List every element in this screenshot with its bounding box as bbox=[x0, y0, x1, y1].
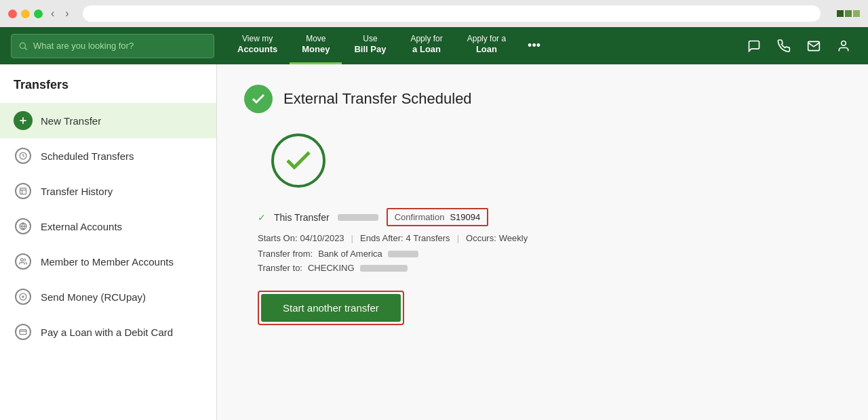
ends-label: Ends After: bbox=[360, 233, 403, 243]
sidebar-title: Transfers bbox=[0, 78, 216, 103]
sidebar-item-label-pay-loan: Pay a Loan with a Debit Card bbox=[41, 327, 173, 338]
confirmation-label: Confirmation bbox=[395, 212, 445, 222]
svg-point-0 bbox=[20, 43, 25, 48]
nav-more-button[interactable]: ••• bbox=[518, 27, 550, 64]
app-logo bbox=[837, 10, 860, 17]
pay-loan-icon bbox=[14, 322, 33, 341]
sidebar-item-send-money[interactable]: Send Money (RCUpay) bbox=[0, 279, 216, 314]
confirmation-box: Confirmation S19094 bbox=[387, 208, 489, 226]
nav-view-accounts-line1: View my bbox=[242, 34, 273, 45]
big-checkmark-icon bbox=[271, 133, 326, 188]
new-transfer-icon bbox=[14, 111, 33, 130]
scheduled-transfers-icon bbox=[14, 146, 33, 165]
svg-point-11 bbox=[21, 259, 24, 261]
success-title: External Transfer Scheduled bbox=[283, 90, 472, 108]
sidebar-item-pay-loan[interactable]: Pay a Loan with a Debit Card bbox=[0, 314, 216, 350]
from-label: Transfer from: bbox=[258, 249, 313, 259]
mail-icon bbox=[807, 39, 821, 53]
sidebar: Transfers New Transfer Scheduled Transfe… bbox=[0, 64, 217, 420]
close-window-button[interactable] bbox=[8, 9, 17, 18]
nav-apply-loan2[interactable]: Apply for a Loan bbox=[455, 27, 518, 64]
messages-button[interactable] bbox=[741, 33, 768, 60]
svg-rect-15 bbox=[20, 330, 26, 335]
transfer-details: ✓ This Transfer Confirmation S19094 Star… bbox=[258, 208, 841, 325]
phone-icon bbox=[777, 39, 791, 53]
svg-rect-6 bbox=[20, 188, 26, 194]
title-bar: ‹ › bbox=[0, 0, 868, 27]
nav-apply-loan2-line2: Loan bbox=[476, 44, 497, 56]
phone-button[interactable] bbox=[770, 33, 797, 60]
search-placeholder: What are you looking for? bbox=[33, 41, 134, 51]
browser-forward-button[interactable]: › bbox=[62, 7, 71, 20]
from-row: Transfer from: Bank of America bbox=[258, 249, 841, 259]
nav-bill-pay-line1: Use bbox=[363, 34, 377, 45]
nav-apply-loan2-line1: Apply for a bbox=[467, 34, 506, 45]
nav-links: View my Accounts Move Money Use Bill Pay… bbox=[225, 27, 550, 64]
address-bar[interactable] bbox=[83, 5, 821, 22]
masked-account-to bbox=[360, 265, 408, 272]
start-transfer-button-wrapper: Start another transfer bbox=[258, 291, 404, 325]
svg-point-2 bbox=[842, 41, 846, 45]
to-account: CHECKING bbox=[308, 263, 355, 273]
starts-label: Starts On: bbox=[258, 233, 298, 243]
masked-account-from bbox=[388, 251, 418, 257]
sidebar-item-member-to-member[interactable]: Member to Member Accounts bbox=[0, 244, 216, 279]
nav-bill-pay-line2: Bill Pay bbox=[354, 44, 386, 56]
sidebar-item-external-accounts[interactable]: External Accounts bbox=[0, 209, 216, 244]
search-box[interactable]: What are you looking for? bbox=[11, 34, 214, 58]
maximize-window-button[interactable] bbox=[34, 9, 43, 18]
sep2: | bbox=[457, 233, 459, 243]
nav-bar: What are you looking for? View my Accoun… bbox=[0, 27, 868, 64]
browser-back-button[interactable]: ‹ bbox=[48, 7, 57, 20]
external-accounts-icon bbox=[14, 217, 33, 236]
transfer-history-icon bbox=[14, 182, 33, 201]
sidebar-item-label-scheduled: Scheduled Transfers bbox=[41, 150, 134, 162]
sep1: | bbox=[351, 233, 353, 243]
from-bank: Bank of America bbox=[318, 249, 382, 259]
occurs-label: Occurs: bbox=[466, 233, 496, 243]
check-small-icon: ✓ bbox=[258, 212, 266, 223]
traffic-lights bbox=[8, 9, 43, 18]
meta-row: Starts On: 04/10/2023 | Ends After: 4 Tr… bbox=[258, 233, 841, 243]
member-to-member-icon bbox=[14, 252, 33, 271]
ends-value: 4 Transfers bbox=[406, 233, 450, 243]
nav-view-accounts-line2: Accounts bbox=[237, 44, 277, 56]
sidebar-item-label-m2m: Member to Member Accounts bbox=[41, 256, 174, 268]
starts-value: 04/10/2023 bbox=[300, 233, 344, 243]
user-icon bbox=[837, 39, 850, 53]
nav-apply-loan-line1: Apply for bbox=[410, 34, 442, 45]
sidebar-item-label-send: Send Money (RCUpay) bbox=[41, 291, 146, 303]
nav-move-money-line2: Money bbox=[302, 44, 330, 56]
sidebar-item-label-new-transfer: New Transfer bbox=[41, 115, 101, 127]
sidebar-item-new-transfer[interactable]: New Transfer bbox=[0, 103, 216, 138]
nav-view-accounts[interactable]: View my Accounts bbox=[225, 27, 290, 64]
occurs-value: Weekly bbox=[499, 233, 528, 243]
start-another-transfer-button[interactable]: Start another transfer bbox=[261, 294, 401, 322]
nav-apply-loan-line2: a Loan bbox=[412, 44, 441, 56]
sidebar-item-transfer-history[interactable]: Transfer History bbox=[0, 173, 216, 209]
search-icon bbox=[18, 41, 28, 51]
sidebar-item-label-external: External Accounts bbox=[41, 221, 122, 232]
nav-icon-group bbox=[741, 33, 857, 60]
email-button[interactable] bbox=[800, 33, 827, 60]
confirmation-value: S19094 bbox=[450, 212, 480, 222]
to-row: Transfer to: CHECKING bbox=[258, 263, 841, 273]
svg-line-1 bbox=[25, 47, 27, 49]
nav-bill-pay[interactable]: Use Bill Pay bbox=[342, 27, 398, 64]
send-money-icon bbox=[14, 287, 33, 306]
transfer-row: ✓ This Transfer Confirmation S19094 bbox=[258, 208, 841, 226]
masked-amount bbox=[338, 214, 378, 221]
sidebar-item-scheduled-transfers[interactable]: Scheduled Transfers bbox=[0, 138, 216, 173]
content-area: External Transfer Scheduled ✓ This Trans… bbox=[217, 64, 868, 420]
nav-apply-loan[interactable]: Apply for a Loan bbox=[398, 27, 454, 64]
profile-button[interactable] bbox=[830, 33, 857, 60]
chat-icon bbox=[747, 39, 761, 53]
sidebar-item-label-history: Transfer History bbox=[41, 186, 113, 197]
big-check-container bbox=[271, 133, 841, 188]
minimize-window-button[interactable] bbox=[21, 9, 30, 18]
nav-move-money[interactable]: Move Money bbox=[290, 27, 342, 64]
success-badge-icon bbox=[244, 85, 273, 113]
main-layout: Transfers New Transfer Scheduled Transfe… bbox=[0, 64, 868, 420]
to-label: Transfer to: bbox=[258, 263, 302, 273]
transfer-label: This Transfer bbox=[274, 212, 330, 223]
